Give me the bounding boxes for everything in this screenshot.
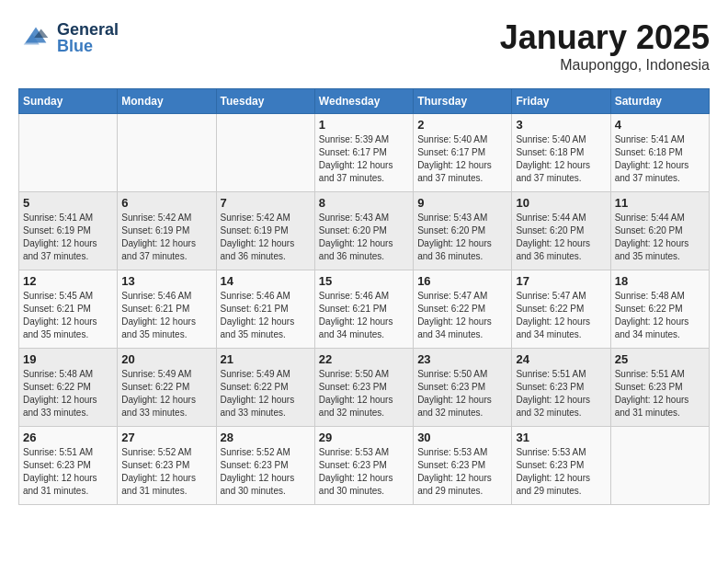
day-number: 24 [516, 352, 606, 366]
day-info: Sunrise: 5:53 AM Sunset: 6:23 PM Dayligh… [319, 446, 409, 498]
calendar-cell: 17Sunrise: 5:47 AM Sunset: 6:22 PM Dayli… [512, 270, 610, 349]
calendar-cell: 18Sunrise: 5:48 AM Sunset: 6:22 PM Dayli… [610, 270, 709, 349]
location-subtitle: Mauponggo, Indonesia [500, 57, 710, 74]
day-info: Sunrise: 5:53 AM Sunset: 6:23 PM Dayligh… [417, 446, 507, 498]
day-number: 3 [516, 118, 606, 132]
day-info: Sunrise: 5:49 AM Sunset: 6:22 PM Dayligh… [121, 368, 211, 419]
logo-name: General Blue [57, 21, 119, 54]
day-info: Sunrise: 5:51 AM Sunset: 6:23 PM Dayligh… [615, 368, 705, 419]
day-number: 13 [121, 274, 211, 288]
week-row-2: 5Sunrise: 5:41 AM Sunset: 6:19 PM Daylig… [19, 192, 710, 270]
page-header: General Blue January 2025 Mauponggo, Ind… [18, 18, 710, 74]
day-info: Sunrise: 5:42 AM Sunset: 6:19 PM Dayligh… [121, 212, 211, 263]
day-number: 30 [417, 431, 507, 444]
day-info: Sunrise: 5:44 AM Sunset: 6:20 PM Dayligh… [516, 212, 606, 263]
calendar-table: Sunday Monday Tuesday Wednesday Thursday… [18, 88, 710, 505]
header-saturday: Saturday [610, 89, 709, 114]
day-info: Sunrise: 5:49 AM Sunset: 6:22 PM Dayligh… [221, 368, 311, 419]
day-info: Sunrise: 5:52 AM Sunset: 6:23 PM Dayligh… [121, 446, 211, 498]
calendar-cell: 15Sunrise: 5:46 AM Sunset: 6:21 PM Dayli… [314, 270, 413, 349]
day-info: Sunrise: 5:40 AM Sunset: 6:17 PM Dayligh… [417, 133, 507, 185]
day-number: 4 [615, 118, 705, 132]
day-info: Sunrise: 5:51 AM Sunset: 6:23 PM Dayligh… [23, 446, 113, 498]
logo-blue-text: Blue [57, 38, 119, 54]
calendar-cell [216, 114, 314, 192]
day-info: Sunrise: 5:52 AM Sunset: 6:23 PM Dayligh… [221, 446, 311, 498]
calendar-cell: 20Sunrise: 5:49 AM Sunset: 6:22 PM Dayli… [118, 349, 216, 427]
day-info: Sunrise: 5:53 AM Sunset: 6:23 PM Dayligh… [516, 446, 606, 498]
header-monday: Monday [118, 89, 216, 114]
day-number: 7 [221, 196, 311, 210]
calendar-cell: 23Sunrise: 5:50 AM Sunset: 6:23 PM Dayli… [414, 349, 512, 427]
week-row-4: 19Sunrise: 5:48 AM Sunset: 6:22 PM Dayli… [19, 349, 710, 427]
month-title: January 2025 [500, 18, 710, 57]
day-number: 16 [417, 274, 507, 288]
day-number: 2 [417, 118, 507, 132]
calendar-cell: 16Sunrise: 5:47 AM Sunset: 6:22 PM Dayli… [414, 270, 512, 349]
day-info: Sunrise: 5:51 AM Sunset: 6:23 PM Dayligh… [516, 368, 606, 419]
header-tuesday: Tuesday [216, 89, 314, 114]
day-number: 17 [516, 274, 606, 288]
day-info: Sunrise: 5:46 AM Sunset: 6:21 PM Dayligh… [319, 290, 409, 341]
day-info: Sunrise: 5:47 AM Sunset: 6:22 PM Dayligh… [417, 290, 507, 341]
day-number: 5 [23, 196, 113, 210]
day-info: Sunrise: 5:47 AM Sunset: 6:22 PM Dayligh… [516, 290, 606, 341]
calendar-cell: 2Sunrise: 5:40 AM Sunset: 6:17 PM Daylig… [414, 114, 512, 192]
calendar-cell: 9Sunrise: 5:43 AM Sunset: 6:20 PM Daylig… [414, 192, 512, 270]
day-info: Sunrise: 5:48 AM Sunset: 6:22 PM Dayligh… [615, 290, 705, 341]
day-info: Sunrise: 5:48 AM Sunset: 6:22 PM Dayligh… [23, 368, 113, 419]
day-info: Sunrise: 5:44 AM Sunset: 6:20 PM Dayligh… [615, 212, 705, 263]
calendar-cell: 28Sunrise: 5:52 AM Sunset: 6:23 PM Dayli… [216, 427, 314, 505]
week-row-1: 1Sunrise: 5:39 AM Sunset: 6:17 PM Daylig… [19, 114, 710, 192]
day-info: Sunrise: 5:46 AM Sunset: 6:21 PM Dayligh… [221, 290, 311, 341]
day-number: 10 [516, 196, 606, 210]
calendar-cell: 8Sunrise: 5:43 AM Sunset: 6:20 PM Daylig… [314, 192, 413, 270]
day-number: 21 [221, 352, 311, 366]
header-thursday: Thursday [414, 89, 512, 114]
header-wednesday: Wednesday [314, 89, 413, 114]
day-number: 18 [615, 274, 705, 288]
calendar-cell: 13Sunrise: 5:46 AM Sunset: 6:21 PM Dayli… [118, 270, 216, 349]
calendar-cell [19, 114, 118, 192]
day-info: Sunrise: 5:43 AM Sunset: 6:20 PM Dayligh… [319, 212, 409, 263]
calendar-cell: 1Sunrise: 5:39 AM Sunset: 6:17 PM Daylig… [314, 114, 413, 192]
week-row-3: 12Sunrise: 5:45 AM Sunset: 6:21 PM Dayli… [19, 270, 710, 349]
calendar-cell: 10Sunrise: 5:44 AM Sunset: 6:20 PM Dayli… [512, 192, 610, 270]
day-number: 28 [221, 431, 311, 444]
header-friday: Friday [512, 89, 610, 114]
day-number: 26 [23, 431, 113, 444]
day-number: 11 [615, 196, 705, 210]
day-number: 12 [23, 274, 113, 288]
day-info: Sunrise: 5:45 AM Sunset: 6:21 PM Dayligh… [23, 290, 113, 341]
day-number: 23 [417, 352, 507, 366]
calendar-cell [610, 427, 709, 505]
day-info: Sunrise: 5:42 AM Sunset: 6:19 PM Dayligh… [221, 212, 311, 263]
calendar-cell: 25Sunrise: 5:51 AM Sunset: 6:23 PM Dayli… [610, 349, 709, 427]
day-info: Sunrise: 5:40 AM Sunset: 6:18 PM Dayligh… [516, 133, 606, 185]
day-number: 27 [121, 431, 211, 444]
calendar-cell: 22Sunrise: 5:50 AM Sunset: 6:23 PM Dayli… [314, 349, 413, 427]
day-number: 31 [516, 431, 606, 444]
day-info: Sunrise: 5:46 AM Sunset: 6:21 PM Dayligh… [121, 290, 211, 341]
calendar-cell: 26Sunrise: 5:51 AM Sunset: 6:23 PM Dayli… [19, 427, 118, 505]
day-number: 8 [319, 196, 409, 210]
day-number: 9 [417, 196, 507, 210]
day-number: 1 [319, 118, 409, 132]
day-info: Sunrise: 5:50 AM Sunset: 6:23 PM Dayligh… [319, 368, 409, 419]
day-number: 15 [319, 274, 409, 288]
day-info: Sunrise: 5:50 AM Sunset: 6:23 PM Dayligh… [417, 368, 507, 419]
logo-general-text: General [57, 21, 119, 38]
day-number: 25 [615, 352, 705, 366]
calendar-cell: 29Sunrise: 5:53 AM Sunset: 6:23 PM Dayli… [314, 427, 413, 505]
logo-icon [18, 18, 53, 57]
day-number: 29 [319, 431, 409, 444]
calendar-cell: 4Sunrise: 5:41 AM Sunset: 6:18 PM Daylig… [610, 114, 709, 192]
calendar-cell: 6Sunrise: 5:42 AM Sunset: 6:19 PM Daylig… [118, 192, 216, 270]
day-info: Sunrise: 5:41 AM Sunset: 6:19 PM Dayligh… [23, 212, 113, 263]
weekday-header-row: Sunday Monday Tuesday Wednesday Thursday… [19, 89, 710, 114]
calendar-cell: 27Sunrise: 5:52 AM Sunset: 6:23 PM Dayli… [118, 427, 216, 505]
title-block: January 2025 Mauponggo, Indonesia [500, 18, 710, 74]
logo: General Blue [18, 18, 119, 57]
day-number: 20 [121, 352, 211, 366]
calendar-cell: 3Sunrise: 5:40 AM Sunset: 6:18 PM Daylig… [512, 114, 610, 192]
